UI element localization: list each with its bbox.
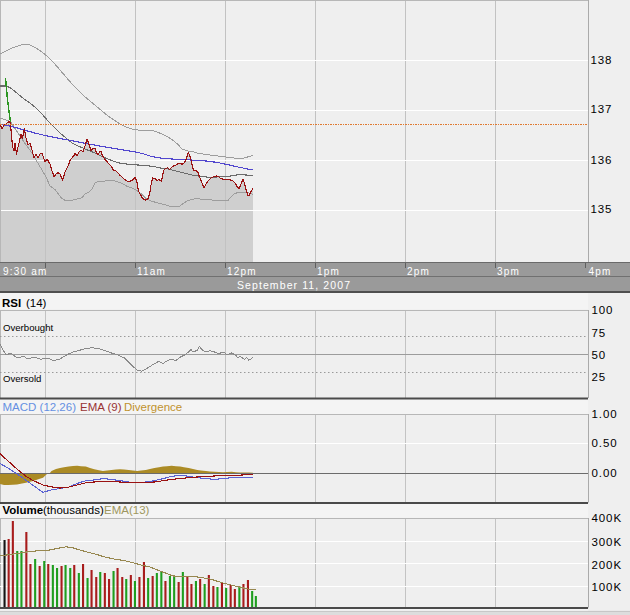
svg-text:September 11, 2007: September 11, 2007 [237,279,351,291]
svg-text:400K: 400K [592,512,622,524]
svg-text:100K: 100K [592,581,622,593]
svg-text:2pm: 2pm [407,266,430,277]
svg-text:9:30 am: 9:30 am [3,266,48,277]
svg-text:11am: 11am [137,266,166,277]
svg-text:75: 75 [592,327,607,339]
svg-text:137: 137 [591,103,613,115]
svg-text:MACD (12,26): MACD (12,26) [3,401,77,413]
svg-text:EMA(13): EMA(13) [104,504,150,516]
svg-text:EMA (9): EMA (9) [80,401,122,413]
svg-text:138: 138 [591,54,613,66]
svg-text:50: 50 [592,349,607,361]
svg-text:(thousands): (thousands) [43,504,104,516]
svg-text:Divergence: Divergence [124,401,182,413]
svg-text:1.00: 1.00 [592,408,618,420]
svg-text:RSI: RSI [2,297,21,309]
svg-text:100: 100 [592,304,614,316]
svg-text:Overbought: Overbought [3,322,53,333]
svg-text:Oversold: Oversold [3,373,41,384]
svg-text:25: 25 [592,371,607,383]
svg-text:(14): (14) [26,297,47,309]
svg-text:1pm: 1pm [317,266,340,277]
svg-text:3pm: 3pm [497,266,520,277]
svg-text:12pm: 12pm [227,266,257,277]
svg-text:4pm: 4pm [589,266,612,277]
svg-text:135: 135 [591,203,613,215]
svg-text:136: 136 [591,154,613,166]
svg-text:0.50: 0.50 [592,437,618,449]
svg-text:Volume: Volume [3,504,44,516]
svg-text:300K: 300K [592,536,622,548]
svg-text:0.00: 0.00 [592,467,618,479]
svg-text:200K: 200K [592,559,622,571]
